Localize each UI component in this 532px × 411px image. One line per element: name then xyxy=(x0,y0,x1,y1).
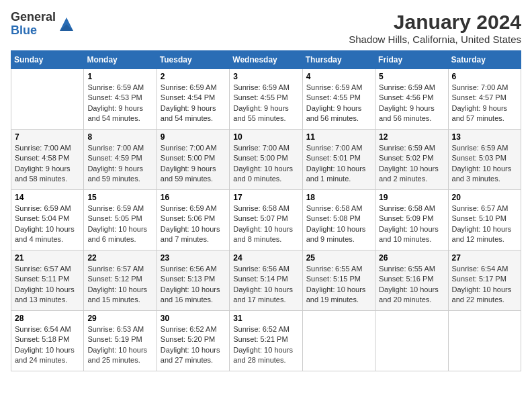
day-number: 30 xyxy=(161,314,226,323)
weekday-header: Sunday xyxy=(11,51,84,69)
day-number: 11 xyxy=(306,132,371,142)
calendar-cell: 15Sunrise: 6:59 AM Sunset: 5:05 PM Dayli… xyxy=(84,190,157,250)
day-number: 13 xyxy=(452,132,517,142)
day-number: 10 xyxy=(233,132,298,142)
calendar-cell: 8Sunrise: 7:00 AM Sunset: 4:59 PM Daylig… xyxy=(84,130,157,190)
page-header: General Blue January 2024 Shadow Hills, … xyxy=(11,11,521,45)
day-info: Sunrise: 7:00 AM Sunset: 4:59 PM Dayligh… xyxy=(87,143,152,185)
weekday-header: Friday xyxy=(375,51,448,69)
day-number: 8 xyxy=(87,132,152,142)
calendar-cell: 11Sunrise: 7:00 AM Sunset: 5:01 PM Dayli… xyxy=(302,130,375,190)
calendar-cell: 18Sunrise: 6:58 AM Sunset: 5:08 PM Dayli… xyxy=(302,190,375,250)
day-info: Sunrise: 6:59 AM Sunset: 4:55 PM Dayligh… xyxy=(306,83,371,124)
day-number: 19 xyxy=(379,193,444,202)
day-info: Sunrise: 6:53 AM Sunset: 5:19 PM Dayligh… xyxy=(87,324,152,366)
calendar-cell: 27Sunrise: 6:54 AM Sunset: 5:17 PM Dayli… xyxy=(448,250,521,311)
calendar-cell: 20Sunrise: 6:57 AM Sunset: 5:10 PM Dayli… xyxy=(448,190,521,250)
weekday-header: Saturday xyxy=(448,51,521,69)
day-info: Sunrise: 6:59 AM Sunset: 5:03 PM Dayligh… xyxy=(452,143,517,185)
calendar-cell: 21Sunrise: 6:57 AM Sunset: 5:11 PM Dayli… xyxy=(11,250,84,311)
calendar-cell: 9Sunrise: 7:00 AM Sunset: 5:00 PM Daylig… xyxy=(157,130,229,190)
calendar-cell xyxy=(302,311,375,371)
day-info: Sunrise: 6:57 AM Sunset: 5:12 PM Dayligh… xyxy=(87,264,152,306)
day-info: Sunrise: 6:56 AM Sunset: 5:13 PM Dayligh… xyxy=(161,264,226,306)
day-number: 21 xyxy=(15,253,80,263)
calendar-cell: 26Sunrise: 6:55 AM Sunset: 5:16 PM Dayli… xyxy=(375,250,448,311)
day-info: Sunrise: 6:58 AM Sunset: 5:09 PM Dayligh… xyxy=(379,203,444,245)
calendar-cell: 14Sunrise: 6:59 AM Sunset: 5:04 PM Dayli… xyxy=(11,190,84,250)
day-number: 18 xyxy=(306,193,371,202)
day-number: 1 xyxy=(87,72,152,81)
calendar-table: SundayMondayTuesdayWednesdayThursdayFrid… xyxy=(11,50,521,371)
day-info: Sunrise: 6:54 AM Sunset: 5:17 PM Dayligh… xyxy=(452,264,517,306)
calendar-cell: 13Sunrise: 6:59 AM Sunset: 5:03 PM Dayli… xyxy=(448,130,521,190)
weekday-header: Thursday xyxy=(302,51,375,69)
calendar-cell: 12Sunrise: 6:59 AM Sunset: 5:02 PM Dayli… xyxy=(375,130,448,190)
logo-general: General xyxy=(11,11,56,24)
day-info: Sunrise: 6:57 AM Sunset: 5:10 PM Dayligh… xyxy=(452,203,517,245)
calendar-cell: 31Sunrise: 6:52 AM Sunset: 5:21 PM Dayli… xyxy=(230,311,302,371)
calendar-cell: 19Sunrise: 6:58 AM Sunset: 5:09 PM Dayli… xyxy=(375,190,448,250)
page-subtitle: Shadow Hills, California, United States xyxy=(349,34,521,45)
day-number: 5 xyxy=(379,72,444,81)
day-number: 22 xyxy=(87,253,152,263)
day-number: 28 xyxy=(15,314,80,323)
day-info: Sunrise: 6:56 AM Sunset: 5:14 PM Dayligh… xyxy=(233,264,298,306)
day-number: 15 xyxy=(87,193,152,202)
day-info: Sunrise: 6:52 AM Sunset: 5:21 PM Dayligh… xyxy=(233,324,298,366)
day-number: 16 xyxy=(161,193,226,202)
weekday-header: Tuesday xyxy=(157,51,229,69)
calendar-cell xyxy=(375,311,448,371)
day-number: 29 xyxy=(87,314,152,323)
day-number: 6 xyxy=(452,72,517,81)
title-block: January 2024 Shadow Hills, California, U… xyxy=(349,11,521,45)
calendar-cell: 17Sunrise: 6:58 AM Sunset: 5:07 PM Dayli… xyxy=(230,190,302,250)
weekday-header: Monday xyxy=(84,51,157,69)
calendar-cell: 4Sunrise: 6:59 AM Sunset: 4:55 PM Daylig… xyxy=(302,69,375,130)
day-info: Sunrise: 6:55 AM Sunset: 5:15 PM Dayligh… xyxy=(306,264,371,306)
calendar-cell: 3Sunrise: 6:59 AM Sunset: 4:55 PM Daylig… xyxy=(230,69,302,130)
day-number: 25 xyxy=(306,253,371,263)
day-number: 24 xyxy=(233,253,298,263)
calendar-cell: 23Sunrise: 6:56 AM Sunset: 5:13 PM Dayli… xyxy=(157,250,229,311)
day-number: 20 xyxy=(452,193,517,202)
day-info: Sunrise: 6:57 AM Sunset: 5:11 PM Dayligh… xyxy=(15,264,80,306)
day-number: 3 xyxy=(233,72,298,81)
weekday-header: Wednesday xyxy=(230,51,302,69)
day-info: Sunrise: 6:59 AM Sunset: 5:04 PM Dayligh… xyxy=(15,203,80,245)
day-number: 14 xyxy=(15,193,80,202)
calendar-cell: 16Sunrise: 6:59 AM Sunset: 5:06 PM Dayli… xyxy=(157,190,229,250)
calendar-cell xyxy=(448,311,521,371)
logo: General Blue xyxy=(11,11,76,38)
calendar-cell: 30Sunrise: 6:52 AM Sunset: 5:20 PM Dayli… xyxy=(157,311,229,371)
logo-blue: Blue xyxy=(11,24,56,38)
day-info: Sunrise: 6:59 AM Sunset: 5:06 PM Dayligh… xyxy=(161,203,226,245)
calendar-cell: 6Sunrise: 7:00 AM Sunset: 4:57 PM Daylig… xyxy=(448,69,521,130)
calendar-cell: 29Sunrise: 6:53 AM Sunset: 5:19 PM Dayli… xyxy=(84,311,157,371)
calendar-header-row: SundayMondayTuesdayWednesdayThursdayFrid… xyxy=(11,51,521,69)
day-number: 9 xyxy=(161,132,226,142)
page-title: January 2024 xyxy=(349,11,521,34)
calendar-week-row: 28Sunrise: 6:54 AM Sunset: 5:18 PM Dayli… xyxy=(11,311,521,371)
calendar-cell: 2Sunrise: 6:59 AM Sunset: 4:54 PM Daylig… xyxy=(157,69,229,130)
calendar-week-row: 1Sunrise: 6:59 AM Sunset: 4:53 PM Daylig… xyxy=(11,69,521,130)
day-number: 12 xyxy=(379,132,444,142)
calendar-cell xyxy=(11,69,84,130)
day-number: 23 xyxy=(161,253,226,263)
day-number: 17 xyxy=(233,193,298,202)
day-number: 7 xyxy=(15,132,80,142)
day-info: Sunrise: 6:52 AM Sunset: 5:20 PM Dayligh… xyxy=(161,324,226,366)
day-info: Sunrise: 7:00 AM Sunset: 5:00 PM Dayligh… xyxy=(233,143,298,185)
calendar-cell: 1Sunrise: 6:59 AM Sunset: 4:53 PM Daylig… xyxy=(84,69,157,130)
day-info: Sunrise: 6:59 AM Sunset: 5:05 PM Dayligh… xyxy=(87,203,152,245)
day-info: Sunrise: 6:59 AM Sunset: 4:56 PM Dayligh… xyxy=(379,83,444,124)
day-info: Sunrise: 6:59 AM Sunset: 5:02 PM Dayligh… xyxy=(379,143,444,185)
day-number: 31 xyxy=(233,314,298,323)
calendar-cell: 28Sunrise: 6:54 AM Sunset: 5:18 PM Dayli… xyxy=(11,311,84,371)
calendar-cell: 24Sunrise: 6:56 AM Sunset: 5:14 PM Dayli… xyxy=(230,250,302,311)
day-info: Sunrise: 6:59 AM Sunset: 4:54 PM Dayligh… xyxy=(161,83,226,124)
calendar-cell: 7Sunrise: 7:00 AM Sunset: 4:58 PM Daylig… xyxy=(11,130,84,190)
day-number: 4 xyxy=(306,72,371,81)
calendar-week-row: 21Sunrise: 6:57 AM Sunset: 5:11 PM Dayli… xyxy=(11,250,521,311)
day-number: 26 xyxy=(379,253,444,263)
